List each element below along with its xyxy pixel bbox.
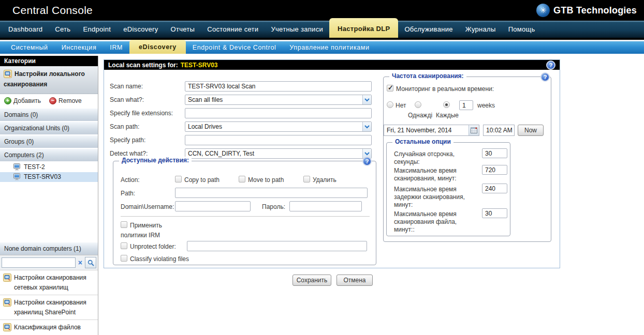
calendar-icon[interactable] [469,125,479,135]
nav-endpoint[interactable]: Endpoint [77,21,117,38]
clear-search-icon[interactable]: × [77,258,84,267]
path-input[interactable] [175,188,368,198]
nav-logs[interactable]: Журналы [459,21,502,38]
nav-dlp-setup-active[interactable]: Настройка DLP [329,18,398,38]
detect-what-select[interactable]: CCN, CCN_DIRTY, Test [185,148,372,159]
frequency-every-label: Каждые [436,112,459,119]
max-file-scan-time-input[interactable] [482,208,507,218]
sidebar-search-row: × [0,255,98,270]
subnav-system[interactable]: Системный [4,41,55,54]
scan-path-select[interactable]: Local Drives [185,121,372,132]
save-button[interactable]: Сохранить [292,275,331,286]
subnav-policy-management[interactable]: Управление политиками [283,41,376,54]
nav-dashboard[interactable]: Dashboard [2,21,49,38]
tree-item-computer[interactable]: TEST-2 [0,162,98,172]
sidebar-group-groups[interactable]: Groups (0) [0,135,98,148]
frequency-legend: Частота сканирования: [389,72,466,80]
sidebar-group-organizational-units[interactable]: Organizational Units (0) [0,122,98,134]
delete-checkbox[interactable] [303,176,310,182]
nav-help[interactable]: Помощь [502,21,541,38]
realtime-monitoring-checkbox[interactable] [387,85,393,92]
unprotect-folder-checkbox[interactable] [121,242,127,249]
domain-username-input[interactable] [175,201,251,211]
classify-files-checkbox[interactable] [121,255,127,262]
classify-files-label: Classify violating files [130,255,189,263]
sidebar-item-label: Настройки сканирования хранилищ SharePoi… [14,298,95,317]
random-delay-input[interactable] [482,148,507,158]
remove-button[interactable]: − Remove [49,97,82,104]
search-button[interactable] [85,257,96,268]
max-scan-delay-label: Максимальное время задержки сканирования… [394,186,472,209]
frequency-no-radio[interactable] [387,101,393,108]
nav-maintenance[interactable]: Обслуживание [398,21,459,38]
sidebar-item-label: Настройки локального сканирования [4,70,85,88]
frequency-fieldset: Частота сканирования: ? Мониторинг в реа… [383,77,551,242]
delete-label: Удалить [313,176,336,184]
sidebar: Категории Настройки локального сканирова… [0,56,98,335]
main-panel: Local scan settings for: TEST-SRV03 ? Sc… [104,59,560,268]
help-icon[interactable]: ? [540,72,550,82]
top-bar: Central Console ✳ GTB Technologies [0,0,644,21]
unprotect-folder-input[interactable] [187,241,367,251]
sidebar-item-network-storage-scan[interactable]: Настройки сканирования сетевых хранилищ [0,270,98,295]
unprotect-folder-label: Unprotect folder: [130,243,176,250]
max-scan-time-input[interactable] [482,165,507,175]
nav-accounts[interactable]: Учетные записи [265,21,329,38]
realtime-monitoring-label: Мониторинг в реальном времени: [396,85,494,93]
frequency-every-radio[interactable] [443,101,450,108]
tree-item-computer-selected[interactable]: TEST-SRV03 [0,172,98,182]
action-label: Action: [121,176,140,184]
scan-settings-icon [3,323,11,331]
scan-settings-icon [3,298,11,307]
nav-reports[interactable]: Отчеты [164,21,201,38]
sidebar-group-computers[interactable]: Computers (2) [0,149,98,161]
subnav-irm[interactable]: IRM [103,41,129,54]
other-options-fieldset: Остальные опции Случайная отсрочка, секу… [386,142,510,236]
actions-legend: Доступные действия: [119,157,192,164]
sidebar-item-label: Настройки сканирования сетевых хранилищ [14,273,95,292]
subnav-ediscovery-active[interactable]: eDiscovery [129,40,186,54]
max-scan-delay-input[interactable] [482,184,507,193]
apply-irm-checkbox[interactable] [121,221,127,228]
weeks-input[interactable] [459,100,473,110]
scan-settings-icon [4,70,12,78]
move-to-path-checkbox[interactable] [239,176,245,182]
panel-body: Scan name: Scan what?: Scan all files Sp… [104,70,560,268]
scan-name-input[interactable] [185,81,372,92]
file-extensions-input[interactable] [185,108,372,118]
app-title: Central Console [0,4,93,17]
subnav-endpoint-device-control[interactable]: Endpoint & Device Control [186,41,283,54]
password-input[interactable] [289,201,362,211]
nav-network[interactable]: Сеть [49,21,77,38]
add-button[interactable]: + Добавить [4,97,41,104]
apply-irm-label-line1: Применить [130,222,162,229]
panel-title: Local scan settings for: [108,62,178,69]
help-icon[interactable]: ? [362,157,372,166]
main-nav: Dashboard Сеть Endpoint eDiscovery Отчет… [0,21,644,38]
search-input[interactable] [2,257,76,268]
sidebar-item-sharepoint-scan[interactable]: Настройки сканирования хранилищ SharePoi… [0,295,98,319]
frequency-once-radio[interactable] [415,101,421,108]
detect-what-label: Detect what?: [110,150,148,157]
file-extensions-label: Specify file extensions: [110,110,173,117]
subnav-wrap: Системный Инспекция IRM eDiscovery Endpo… [0,40,644,54]
time-input[interactable]: 10:02 AM [483,125,515,136]
computers-tree: TEST-2 TEST-SRV03 [0,161,98,182]
scan-what-select[interactable]: Scan all files [185,95,372,105]
sidebar-item-file-classification[interactable]: Класификация файлов [0,319,98,335]
sidebar-group-domains[interactable]: Domains (0) [0,109,98,121]
helm-logo-icon: ✳ [536,4,550,17]
sidebar-item-local-scan-settings[interactable]: Настройки локального сканирования [0,66,98,94]
sidebar-group-none-domain-computers[interactable]: None domain computers (1) [0,242,98,255]
help-icon[interactable]: ? [546,60,555,70]
now-button[interactable]: Now [518,125,544,136]
cancel-button[interactable]: Отмена [336,275,373,286]
page: Central Console ✳ GTB Technologies Dashb… [0,0,644,335]
nav-ediscovery[interactable]: eDiscovery [117,21,164,38]
specify-path-input[interactable] [185,135,372,145]
date-picker[interactable]: Fri, 21 November, 2014 [384,125,479,136]
copy-to-path-checkbox[interactable] [175,176,182,182]
weeks-label: weeks [477,102,495,109]
nav-network-status[interactable]: Состояние сети [201,21,265,38]
subnav-inspection[interactable]: Инспекция [55,41,104,54]
